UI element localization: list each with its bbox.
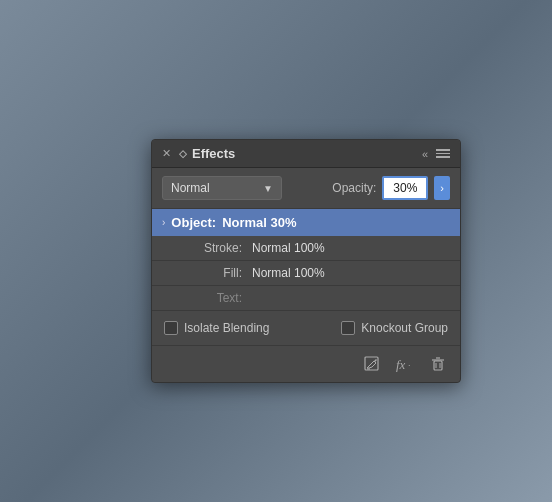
collapse-icon[interactable]: « — [422, 148, 428, 160]
opacity-input[interactable] — [382, 176, 428, 200]
opacity-increment-button[interactable]: › — [434, 176, 450, 200]
knockout-group-group: Knockout Group — [341, 321, 448, 335]
diamond-icon: ◇ — [179, 148, 187, 159]
svg-rect-4 — [434, 361, 442, 370]
text-effect-row: Text: — [152, 286, 460, 310]
add-fx-button[interactable]: fx . — [392, 354, 418, 374]
fill-effect-row[interactable]: Fill: Normal 100% — [152, 261, 460, 285]
opacity-label: Opacity: — [332, 181, 376, 195]
panel-menu-button[interactable] — [436, 149, 450, 158]
svg-text:.: . — [408, 358, 411, 368]
isolate-blending-group: Isolate Blending — [164, 321, 269, 335]
delete-button[interactable] — [426, 354, 450, 374]
panel-header-left: ✕ ◇ Effects — [162, 146, 235, 161]
effects-list: › Object: Normal 30% Stroke: Normal 100%… — [152, 209, 460, 310]
effects-panel: ✕ ◇ Effects « Normal ▼ Opacity: › — [151, 139, 461, 383]
object-effect-row[interactable]: › Object: Normal 30% — [152, 209, 460, 236]
isolate-blending-checkbox[interactable] — [164, 321, 178, 335]
close-button[interactable]: ✕ — [162, 147, 171, 160]
blend-mode-value: Normal — [171, 181, 210, 195]
blend-mode-select[interactable]: Normal ▼ — [162, 176, 282, 200]
knockout-group-checkbox[interactable] — [341, 321, 355, 335]
object-label: Object: — [171, 215, 216, 230]
svg-text:fx: fx — [396, 357, 406, 372]
knockout-group-label: Knockout Group — [361, 321, 448, 335]
stroke-value: Normal 100% — [252, 241, 325, 255]
stroke-effect-row[interactable]: Stroke: Normal 100% — [152, 236, 460, 260]
panel-header: ✕ ◇ Effects « — [152, 140, 460, 168]
bottom-toolbar: fx . — [152, 345, 460, 382]
fill-value: Normal 100% — [252, 266, 325, 280]
fill-label: Fill: — [182, 266, 242, 280]
checkboxes-row: Isolate Blending Knockout Group — [152, 310, 460, 345]
object-expand-icon: › — [162, 217, 165, 228]
object-value: Normal 30% — [222, 215, 296, 230]
panel-title-label: Effects — [192, 146, 235, 161]
stroke-label: Stroke: — [182, 241, 242, 255]
opacity-group: Opacity: › — [332, 176, 450, 200]
isolate-blending-label: Isolate Blending — [184, 321, 269, 335]
text-label: Text: — [182, 291, 242, 305]
blend-mode-arrow-icon: ▼ — [263, 183, 273, 194]
controls-row: Normal ▼ Opacity: › — [152, 168, 460, 209]
panel-header-right: « — [422, 148, 450, 160]
edit-effects-button[interactable] — [360, 354, 384, 374]
panel-title: ◇ Effects — [179, 146, 235, 161]
